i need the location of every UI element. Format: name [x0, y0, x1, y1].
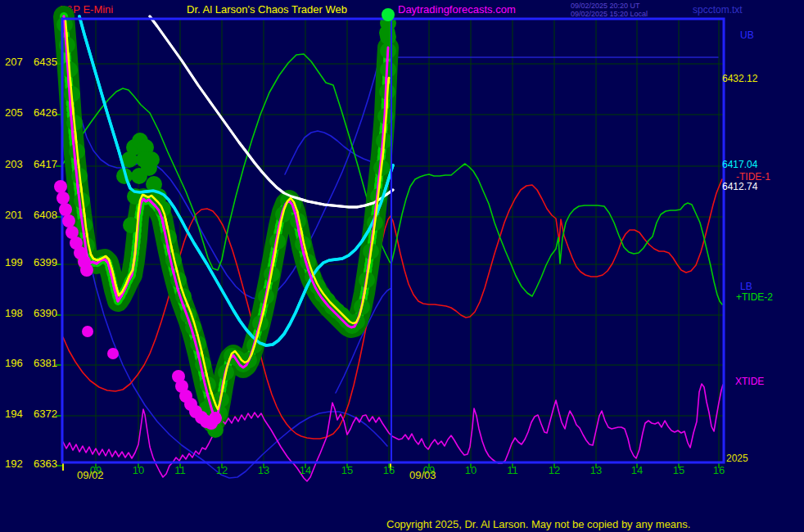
- right-label-ub: UB: [740, 29, 754, 41]
- chaos-trader-chart-page: S&P E-Mini Dr. Al Larson's Chaos Trader …: [0, 0, 804, 532]
- price-axis-value: 192: [5, 458, 23, 470]
- price-axis-value: 203: [5, 158, 23, 170]
- price-axis-label: 1966381: [5, 357, 57, 369]
- hour-axis-label: 16: [713, 464, 725, 476]
- price-axis-label: 1926363: [5, 458, 57, 470]
- price-axis-label: 2076435: [5, 56, 57, 68]
- price-axis-value: 6435: [34, 56, 57, 68]
- magenta-dot-cluster-start: [59, 203, 72, 216]
- price-axis-value: 6426: [34, 106, 57, 119]
- price-axis-value: 6408: [34, 209, 57, 221]
- magenta-dot-cluster-start: [54, 180, 67, 193]
- price-axis-value: 196: [5, 357, 23, 369]
- price-axis-value: 198: [5, 307, 23, 319]
- hour-axis-label: 11: [507, 464, 518, 476]
- hour-axis-label: 13: [258, 464, 269, 476]
- magenta-dot-cluster-start: [62, 214, 75, 228]
- price-axis-label: 2056426: [5, 106, 57, 119]
- hour-axis-label: 14: [631, 464, 643, 476]
- price-axis-value: 6417: [34, 158, 57, 170]
- magenta-dot-cluster-start: [80, 264, 93, 277]
- price-axis-value: 207: [5, 56, 23, 68]
- price-axis-value: 201: [5, 209, 23, 221]
- price-axis-value: 6390: [34, 307, 57, 319]
- price-axis-label: 1946372: [5, 408, 57, 420]
- price-axis-value: 6381: [34, 357, 57, 369]
- right-label-2025: 2025: [726, 453, 748, 464]
- price-axis-value: 6372: [34, 408, 57, 420]
- hour-axis-label: 10: [133, 464, 144, 476]
- right-label-xtide: XTIDE: [735, 376, 764, 387]
- right-label-lb: LB: [740, 281, 752, 292]
- price-axis-label: 1986390: [5, 307, 57, 319]
- price-axis-label: 2036417: [5, 158, 57, 170]
- last-price-dot: [382, 8, 395, 21]
- hour-axis-label: 15: [341, 464, 353, 476]
- magenta-dot-isolated: [82, 326, 93, 337]
- price-axis-value: 194: [5, 408, 23, 420]
- hour-axis-label: 10: [465, 464, 477, 476]
- magenta-dot-cluster-start: [56, 192, 70, 205]
- white-ma-line: [150, 16, 393, 207]
- hour-axis-label: 15: [673, 464, 684, 476]
- hour-axis-label: 11: [174, 464, 186, 476]
- price-axis-value: 205: [5, 106, 23, 119]
- magenta-dot-isolated: [107, 348, 119, 359]
- right-label-6417-04: 6417.04: [722, 159, 757, 170]
- price-axis-value: 6363: [34, 458, 57, 470]
- chart-canvas: [0, 0, 804, 532]
- right-label-6412-74: 6412.74: [722, 181, 757, 192]
- price-axis-label: 1996399: [5, 256, 57, 268]
- price-axis-label: 2016408: [5, 209, 57, 221]
- right-label--tide-2: +TIDE-2: [736, 291, 773, 303]
- green-blob-dot: [141, 160, 157, 176]
- date-label-day1: 09/02: [77, 470, 104, 480]
- hour-axis-label: 12: [549, 464, 560, 476]
- price-axis-value: 199: [5, 256, 23, 268]
- hour-axis-label: 12: [216, 464, 228, 476]
- hour-axis-label: 14: [300, 464, 311, 476]
- date-label-day2: 09/03: [409, 470, 436, 480]
- copyright-notice: Copyright 2025, Dr. Al Larson. May not b…: [386, 519, 690, 530]
- hour-axis-label: 13: [590, 464, 602, 476]
- white-ma-line-top: [150, 16, 393, 207]
- price-axis-value: 6399: [34, 256, 57, 268]
- magenta-dot-cluster-low: [209, 412, 222, 425]
- right-label-6432-12: 6432.12: [722, 73, 757, 84]
- hour-axis-label: 16: [383, 464, 395, 476]
